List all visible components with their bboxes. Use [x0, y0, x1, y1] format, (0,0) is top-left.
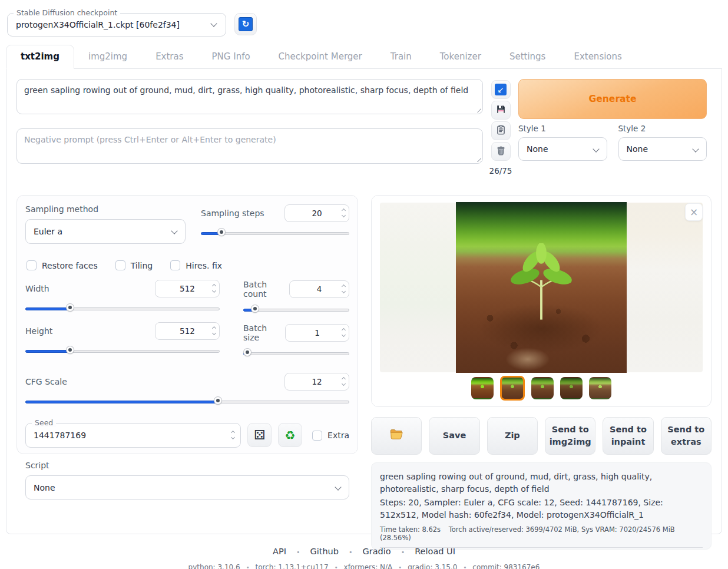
resize-grip-icon[interactable]: [475, 156, 481, 162]
spinner-icon[interactable]: [342, 378, 345, 385]
width-value: 512: [180, 284, 195, 293]
seed-input[interactable]: Seed 1441787169: [25, 423, 241, 448]
thumbnail-1[interactable]: [471, 377, 494, 399]
random-seed-button[interactable]: ⚄: [247, 423, 272, 447]
spinner-icon[interactable]: [213, 284, 216, 292]
restore-faces-checkbox[interactable]: Restore faces: [27, 260, 98, 270]
tab-checkpoint-merger[interactable]: Checkpoint Merger: [264, 45, 376, 69]
cfg-scale-input[interactable]: 12: [284, 373, 349, 391]
checkpoint-value: protogenX34OfficialR_1.ckpt [60fe2f34]: [16, 20, 180, 29]
sampling-method-select[interactable]: Euler a: [25, 219, 186, 244]
sapling-graphic: [506, 243, 577, 321]
negative-prompt-input[interactable]: Negative prompt (press Ctrl+Enter or Alt…: [16, 128, 483, 164]
width-slider[interactable]: [25, 305, 220, 314]
sampling-method-value: Euler a: [34, 227, 62, 236]
sampling-steps-slider[interactable]: [201, 229, 349, 239]
send-to-inpaint-button[interactable]: Send to inpaint: [603, 417, 653, 455]
parameters-panel: Sampling method Euler a Sampling steps 2…: [16, 195, 358, 454]
generation-info-meta: Time taken: 8.62s Torch active/reserved:…: [380, 525, 703, 548]
generated-image[interactable]: [456, 202, 627, 373]
gradio-version: gradio: 3.15.0: [392, 563, 457, 569]
thumbnail-5[interactable]: [589, 377, 611, 399]
tab-png-info[interactable]: PNG Info: [198, 45, 264, 69]
seed-value: 1441787169: [34, 431, 86, 440]
paste-generation-params-button[interactable]: ↙: [491, 80, 511, 99]
cfg-scale-value: 12: [312, 377, 322, 386]
footer-link-api[interactable]: API: [273, 547, 286, 559]
thumbnail-3[interactable]: [531, 377, 554, 399]
send-to-img2img-button[interactable]: Send to img2img: [545, 417, 595, 455]
width-input[interactable]: 512: [155, 280, 220, 297]
torch-version: torch: 1.13.1+cu117: [240, 563, 329, 569]
footer-link-reload-ui[interactable]: Reload UI: [415, 547, 455, 559]
thumbnail-4[interactable]: [560, 377, 583, 399]
sampling-steps-value: 20: [312, 209, 322, 218]
footer-link-gradio[interactable]: Gradio: [362, 547, 391, 559]
style2-label: Style 2: [618, 124, 707, 133]
height-slider[interactable]: [25, 347, 220, 356]
apply-style-button[interactable]: [491, 121, 511, 140]
tab-extras[interactable]: Extras: [141, 45, 197, 69]
sampling-steps-label: Sampling steps: [201, 209, 264, 218]
resize-grip-icon[interactable]: [475, 107, 481, 113]
footer-link-github[interactable]: Github: [310, 547, 339, 559]
tab-txt2img[interactable]: txt2img: [6, 45, 74, 69]
output-panel: × Save: [371, 195, 712, 550]
close-gallery-button[interactable]: ×: [685, 203, 703, 221]
save-button[interactable]: Save: [429, 417, 479, 455]
tab-bar-filler: [636, 47, 722, 69]
dot-separator: •: [349, 547, 353, 559]
spinner-icon[interactable]: [342, 329, 345, 336]
thumbnail-2-selected[interactable]: [500, 376, 525, 401]
checkpoint-select[interactable]: Stable Diffusion checkpoint protogenX34O…: [7, 13, 226, 37]
batch-count-input[interactable]: 4: [289, 280, 349, 298]
tab-settings[interactable]: Settings: [495, 45, 560, 69]
negative-prompt-placeholder: Negative prompt (press Ctrl+Enter or Alt…: [24, 135, 276, 144]
restore-faces-label: Restore faces: [42, 261, 98, 270]
chevron-down-icon: [593, 145, 599, 152]
tab-tokenizer[interactable]: Tokenizer: [426, 45, 495, 69]
spinner-icon[interactable]: [231, 431, 234, 439]
checkpoint-bar: Stable Diffusion checkpoint protogenX34O…: [0, 0, 728, 38]
xformers-version: xformers: N/A: [329, 563, 393, 569]
refresh-checkpoint-button[interactable]: ↻: [234, 13, 257, 35]
generate-button[interactable]: Generate: [518, 79, 707, 119]
sampling-steps-input[interactable]: 20: [284, 204, 349, 222]
save-style-button[interactable]: [491, 101, 511, 120]
script-select[interactable]: None: [25, 475, 349, 499]
clear-prompt-button[interactable]: [491, 142, 511, 161]
style1-select[interactable]: None: [518, 137, 607, 161]
zip-button[interactable]: Zip: [487, 417, 538, 455]
extra-seed-checkbox[interactable]: Extra: [312, 423, 349, 448]
style2-select[interactable]: None: [618, 137, 707, 161]
prompt-text: green sapling rowing out of ground, mud,…: [24, 85, 468, 95]
spinner-icon[interactable]: [342, 209, 345, 217]
tab-img2img[interactable]: img2img: [74, 45, 141, 69]
cfg-scale-slider[interactable]: [25, 398, 349, 407]
style1-value: None: [527, 144, 548, 154]
spinner-icon[interactable]: [213, 327, 216, 335]
tab-bar: txt2img img2img Extras PNG Info Checkpoi…: [0, 45, 728, 69]
hires-fix-checkbox[interactable]: Hires. fix: [170, 260, 222, 270]
tab-extensions[interactable]: Extensions: [560, 45, 636, 69]
spinner-icon[interactable]: [342, 285, 345, 293]
sampling-method-label: Sampling method: [25, 204, 186, 214]
send-to-extras-button[interactable]: Send to extras: [661, 417, 712, 455]
reuse-seed-button[interactable]: ♻: [278, 423, 302, 447]
batch-count-value: 4: [317, 284, 322, 294]
tab-train[interactable]: Train: [376, 45, 426, 69]
tiling-checkbox[interactable]: Tiling: [115, 260, 153, 270]
batch-count-label: Batch count: [243, 280, 289, 299]
batch-size-slider[interactable]: [243, 349, 349, 359]
generation-info-params: Steps: 20, Sampler: Euler a, CFG scale: …: [380, 497, 703, 521]
open-folder-button[interactable]: [371, 417, 422, 455]
chevron-down-icon: [692, 145, 699, 152]
script-value: None: [34, 483, 55, 492]
height-input[interactable]: 512: [155, 322, 220, 340]
commit-hash: commit: 983167e6: [457, 563, 540, 569]
checkbox-icon: [27, 260, 37, 270]
prompt-input[interactable]: green sapling rowing out of ground, mud,…: [16, 79, 483, 114]
batch-size-input[interactable]: 1: [285, 324, 349, 342]
batch-count-slider[interactable]: [243, 306, 349, 315]
width-label: Width: [25, 284, 49, 293]
